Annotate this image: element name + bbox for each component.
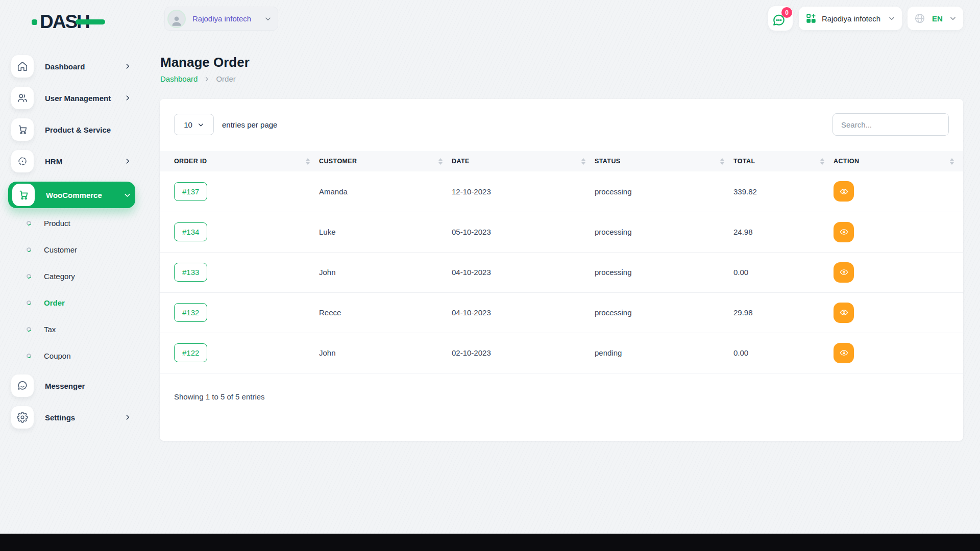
sidebar-item-label: Settings <box>45 413 124 422</box>
column-header-action[interactable]: ACTION <box>834 151 963 171</box>
sort-icon <box>720 158 724 165</box>
messages-count-badge: 0 <box>781 7 792 18</box>
bullet-icon <box>26 299 32 306</box>
sidebar-item-dashboard[interactable]: Dashboard <box>11 55 135 78</box>
eye-icon <box>840 348 848 357</box>
chevron-down-icon <box>888 15 895 22</box>
sidebar-item-settings[interactable]: Settings <box>11 406 135 429</box>
bottom-dark-bar <box>0 534 980 551</box>
sidebar-item-product-service[interactable]: Product & Service <box>11 118 135 141</box>
total-cell: 0.00 <box>733 333 834 373</box>
table-footer-summary: Showing 1 to 5 of 5 entries <box>160 373 963 401</box>
company-switcher-dropdown[interactable]: Rajodiya infotech <box>799 7 902 30</box>
submenu-item-label: Product <box>44 219 70 228</box>
sort-icon <box>581 158 585 165</box>
order-id-chip[interactable]: #122 <box>174 343 207 362</box>
column-header-date[interactable]: DATE <box>452 151 595 171</box>
submenu-item-tax[interactable]: Tax <box>27 321 144 337</box>
table-row: #133 John 04-10-2023 processing 0.00 <box>160 252 963 292</box>
entries-per-page-label: entries per page <box>222 120 277 129</box>
column-label: ACTION <box>834 158 859 165</box>
grid-plus-icon <box>805 13 817 24</box>
column-label: DATE <box>452 158 470 165</box>
action-cell <box>834 292 963 333</box>
chevron-right-icon <box>204 76 210 82</box>
customer-cell: Luke <box>319 212 452 252</box>
bullet-icon <box>26 326 32 332</box>
submenu-item-coupon[interactable]: Coupon <box>27 348 144 363</box>
table-row: #122 John 02-10-2023 pending 0.00 <box>160 333 963 373</box>
submenu-item-label: Customer <box>44 245 77 254</box>
company-name: Rajodiya infotech <box>822 14 888 23</box>
sort-icon <box>306 158 310 165</box>
column-header-customer[interactable]: CUSTOMER <box>319 151 452 171</box>
view-order-button[interactable] <box>834 262 854 283</box>
submenu-item-product[interactable]: Product <box>27 215 144 231</box>
sidebar-item-hrm[interactable]: HRM <box>11 150 135 172</box>
logo-dash-bar <box>76 19 105 24</box>
sidebar-item-label: WooCommerce <box>46 191 124 199</box>
home-icon <box>11 55 34 78</box>
total-cell: 29.98 <box>733 292 834 333</box>
view-order-button[interactable] <box>834 303 854 323</box>
chevron-down-icon <box>949 15 957 22</box>
submenu-item-label: Tax <box>44 325 56 334</box>
gear-icon <box>11 406 34 429</box>
chevron-right-icon <box>124 158 131 165</box>
order-id-cell: #133 <box>160 252 319 292</box>
chevron-right-icon <box>124 414 131 421</box>
column-header-order-id[interactable]: ORDER ID <box>160 151 319 171</box>
sidebar-menu: Dashboard User Management Product & Serv… <box>0 55 144 438</box>
sidebar-item-woocommerce[interactable]: WooCommerce <box>8 182 135 208</box>
sidebar-item-label: Dashboard <box>45 62 124 71</box>
orders-card: 10 entries per page ORDER ID CUSTOMER DA… <box>160 99 963 441</box>
order-id-chip[interactable]: #134 <box>174 222 207 241</box>
total-cell: 0.00 <box>733 252 834 292</box>
eye-icon <box>840 228 848 236</box>
sidebar-item-messenger[interactable]: Messenger <box>11 374 135 397</box>
sidebar-item-label: Messenger <box>45 382 135 390</box>
column-header-status[interactable]: STATUS <box>595 151 733 171</box>
breadcrumb: Dashboard Order <box>160 74 236 83</box>
language-dropdown[interactable]: EN <box>908 7 963 30</box>
order-id-cell: #134 <box>160 212 319 252</box>
sidebar-item-user-management[interactable]: User Management <box>11 87 135 109</box>
action-cell <box>834 171 963 212</box>
status-cell: processing <box>595 171 733 212</box>
order-id-chip[interactable]: #132 <box>174 303 207 322</box>
action-cell <box>834 333 963 373</box>
table-controls: 10 entries per page <box>160 99 963 136</box>
date-cell: 04-10-2023 <box>452 292 595 333</box>
submenu-item-label: Coupon <box>44 352 71 360</box>
submenu-item-customer[interactable]: Customer <box>27 242 144 257</box>
sidebar-item-label: User Management <box>45 94 124 103</box>
order-id-chip[interactable]: #137 <box>174 182 207 201</box>
bullet-icon <box>26 246 32 253</box>
chevron-down-icon <box>124 191 131 199</box>
user-workspace-dropdown[interactable]: Rajodiya infotech <box>164 7 278 31</box>
column-header-total[interactable]: TOTAL <box>733 151 834 171</box>
eye-icon <box>840 308 848 317</box>
action-cell <box>834 212 963 252</box>
order-id-cell: #132 <box>160 292 319 333</box>
chevron-down-icon <box>264 15 272 22</box>
messages-button[interactable]: 0 <box>768 6 793 31</box>
table-row: #134 Luke 05-10-2023 processing 24.98 <box>160 212 963 252</box>
target-scan-icon <box>11 150 34 172</box>
submenu-item-order[interactable]: Order <box>27 295 144 310</box>
sort-icon <box>820 158 824 165</box>
chat-bubble-icon <box>11 374 34 397</box>
table-row: #137 Amanda 12-10-2023 processing 339.82 <box>160 171 963 212</box>
view-order-button[interactable] <box>834 181 854 202</box>
page-size-value: 10 <box>184 120 192 129</box>
view-order-button[interactable] <box>834 343 854 363</box>
view-order-button[interactable] <box>834 222 854 242</box>
search-input[interactable] <box>832 113 949 136</box>
page-size-select[interactable]: 10 <box>174 114 214 135</box>
order-id-cell: #137 <box>160 171 319 212</box>
status-cell: pending <box>595 333 733 373</box>
submenu-item-category[interactable]: Category <box>27 268 144 284</box>
order-id-chip[interactable]: #133 <box>174 263 207 282</box>
sort-icon <box>438 158 443 165</box>
breadcrumb-dashboard-link[interactable]: Dashboard <box>160 74 198 83</box>
